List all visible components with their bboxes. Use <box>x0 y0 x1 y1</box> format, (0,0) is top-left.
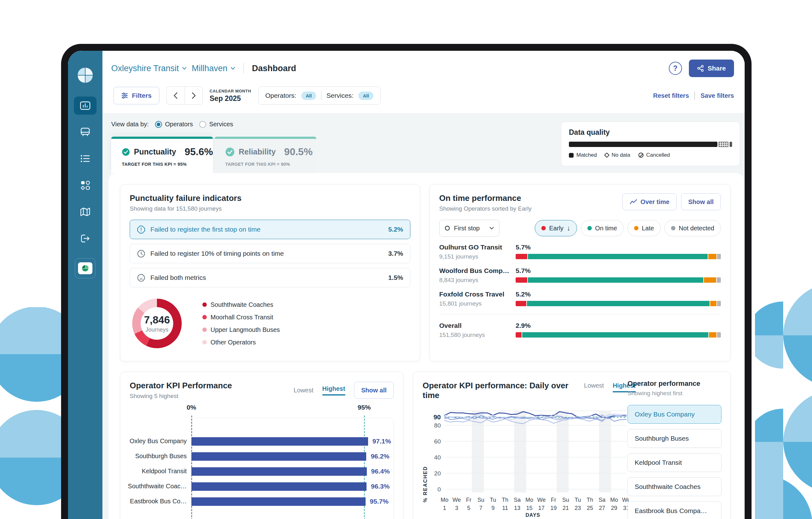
save-filters-link[interactable]: Save filters <box>700 92 734 99</box>
operator-list-item[interactable]: Southburgh Buses <box>628 429 722 448</box>
svg-text:15: 15 <box>526 505 532 511</box>
axis-label-0: 0% <box>187 404 196 411</box>
svg-text:0: 0 <box>437 486 441 493</box>
svg-text:Tu: Tu <box>575 497 581 503</box>
svg-text:11: 11 <box>502 505 508 511</box>
sidebar <box>68 51 103 519</box>
nodata-legend-icon <box>604 153 610 158</box>
line-chart-svg: 90806040200Mo1We3Fr5Su7Tu9Th11Sa13Mo15We… <box>428 408 629 512</box>
operator-name: Woolford Bus Comp… <box>439 267 512 275</box>
failure-rows: Failed to register the first stop on tim… <box>130 220 410 288</box>
panel-subtitle: Showing Operators sorted by Early <box>439 205 532 212</box>
journeys-count: 151,580 journeys <box>439 332 512 338</box>
tab-punctuality[interactable]: Punctuality 95.6% TARGET FOR THIS KPI = … <box>111 137 213 173</box>
highest-toggle[interactable]: Highest <box>322 385 345 395</box>
kpi-bar <box>192 497 366 506</box>
radio-operators[interactable]: Operators <box>155 121 193 128</box>
device-frame: Oxleyshire Transit Millhaven Dashboard ? <box>61 44 752 519</box>
legend-dot-icon <box>202 328 207 332</box>
kpi-bar <box>192 452 366 461</box>
panel-subtitle: Showing 5 highest <box>130 393 232 400</box>
sidebar-item-dashboard[interactable] <box>74 97 96 115</box>
page-title: Dashboard <box>252 64 296 73</box>
kpi-tabs: Punctuality 95.6% TARGET FOR THIS KPI = … <box>111 137 316 173</box>
kpi-bar <box>192 467 367 476</box>
prev-month-button[interactable] <box>166 86 184 105</box>
weekend-band <box>557 411 569 492</box>
operator-list-item[interactable]: Keldpool Transit <box>628 453 722 472</box>
page: Oxleyshire Transit Millhaven Dashboard ? <box>0 0 812 519</box>
svg-text:Su: Su <box>562 497 569 503</box>
view-data-by: View data by: Operators Services <box>111 121 233 128</box>
bar-segment <box>717 332 721 337</box>
chevron-down-icon <box>489 226 494 230</box>
help-icon[interactable]: ? <box>669 62 682 75</box>
show-all-button[interactable]: Show all <box>681 193 721 210</box>
breadcrumb-org[interactable]: Oxleyshire Transit <box>111 64 187 73</box>
show-all-button[interactable]: Show all <box>354 382 394 399</box>
failure-label: Failed to register the first stop on tim… <box>150 226 260 233</box>
daily-over-time-panel: Operator KPI performance: Daily over tim… <box>413 372 730 519</box>
sidebar-org-badge[interactable] <box>75 258 95 278</box>
svg-text:Fr: Fr <box>466 497 471 503</box>
operator-kpi-bar-chart: Oxley Bus CompanySouthburgh BusesKeldpoo… <box>130 418 394 519</box>
filters-button[interactable]: Filters <box>113 87 160 104</box>
failure-indicator-row[interactable]: Failed to register 10% of timing points … <box>130 244 410 263</box>
bar-segment <box>528 277 703 283</box>
share-button[interactable]: Share <box>689 59 734 77</box>
sidebar-item-services[interactable] <box>74 149 96 168</box>
lowest-toggle[interactable]: Lowest <box>584 382 604 392</box>
on-time-row: Oulhurst GO Transit9,151 journeys5.7% <box>439 244 721 260</box>
breadcrumb-area[interactable]: Millhaven <box>192 64 235 73</box>
radio-services[interactable]: Services <box>199 121 233 128</box>
legend-dot-icon <box>202 340 207 345</box>
cancelled-legend-icon <box>638 153 643 158</box>
status-pill-not-detected[interactable]: Not detected <box>664 220 721 236</box>
bar-segment <box>516 277 527 283</box>
donut-center-value: 7,846 <box>144 314 170 326</box>
donut-legend-item: Upper Langmouth Buses <box>202 326 280 333</box>
sidebar-item-map[interactable] <box>74 203 96 221</box>
list-title: Operator performance <box>628 380 722 388</box>
bar-segment <box>709 332 717 337</box>
next-month-button[interactable] <box>184 86 203 105</box>
sidebar-item-logout[interactable] <box>74 229 96 248</box>
over-time-button[interactable]: Over time <box>622 193 677 210</box>
svg-text:19: 19 <box>550 505 557 511</box>
status-pill-on-time[interactable]: On time <box>581 220 624 236</box>
sidebar-item-vehicles[interactable] <box>74 123 96 141</box>
lowest-toggle[interactable]: Lowest <box>293 387 313 394</box>
status-stacked-bar <box>516 332 721 337</box>
status-pill-late[interactable]: Late <box>628 220 661 236</box>
reset-filters-link[interactable]: Reset filters <box>653 92 689 99</box>
panel-title: Operator KPI performance: Daily over tim… <box>423 381 584 400</box>
dashboard-content: View data by: Operators Services Data qu… <box>103 114 745 519</box>
status-pill-early[interactable]: Early↓ <box>535 220 577 236</box>
list-subtitle: Showing highest first <box>628 390 722 397</box>
bar-chart-labels: Oxley Bus CompanySouthburgh BusesKeldpoo… <box>130 418 191 519</box>
svg-text:29: 29 <box>611 505 617 511</box>
operator-list-item[interactable]: Eastbrook Bus Compa… <box>628 501 722 519</box>
svg-text:9: 9 <box>492 505 495 511</box>
bar-segment <box>717 277 721 283</box>
sidebar-item-categories[interactable] <box>74 176 96 194</box>
operator-list-item[interactable]: Souththwaite Coaches <box>628 477 722 496</box>
stop-filter-select[interactable]: First stop <box>439 220 499 237</box>
journeys-count: 8,843 journeys <box>439 277 512 284</box>
clock-icon <box>137 249 145 258</box>
tab-reliability[interactable]: Reliability 90.5% TARGET FOR THIS KPI = … <box>214 137 316 173</box>
failure-indicator-row[interactable]: Failed both metrics1.5% <box>130 268 410 288</box>
on-time-row: Foxfold Cross Travel15,801 journeys5.2% <box>439 291 721 307</box>
failure-indicator-row[interactable]: Failed to register the first stop on tim… <box>130 220 410 239</box>
active-filters-summary[interactable]: Operators: All Services: All <box>258 86 381 105</box>
line-chart-icon <box>630 199 637 204</box>
failure-label: Failed to register 10% of timing points … <box>150 250 284 257</box>
donut-center-label: Journeys <box>145 327 168 333</box>
bar-segment <box>710 301 716 306</box>
operator-list-item[interactable]: Oxley Bus Company <box>628 405 722 424</box>
svg-text:We: We <box>537 497 546 503</box>
on-time-performance-panel: On time performance Showing Operators so… <box>430 184 730 361</box>
calendar-month: CALENDAR MONTH Sep 2025 <box>210 89 251 103</box>
bar-category-label: Southburgh Buses <box>130 448 191 464</box>
divider <box>695 91 695 100</box>
